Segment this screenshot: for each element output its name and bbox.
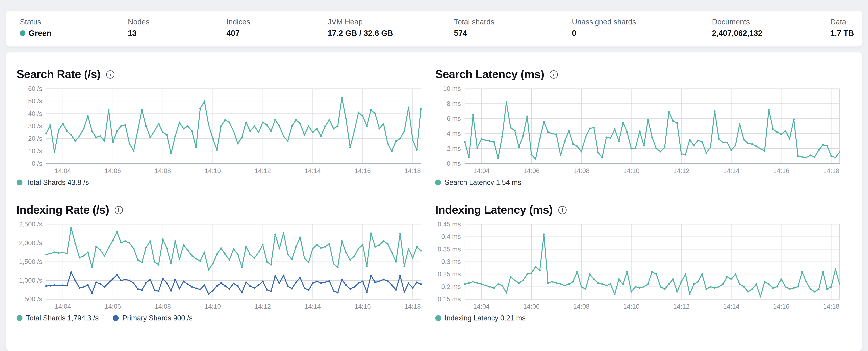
search-latency-plot-area[interactable]: 10 ms8 ms6 ms4 ms2 ms0 ms14:0414:0614:08… — [435, 85, 843, 175]
gridlines — [465, 224, 840, 299]
info-icon[interactable]: i — [115, 206, 123, 214]
gridlines — [46, 89, 421, 164]
legend-label: Total Shards 43.8 /s — [26, 178, 89, 187]
legend-item[interactable]: Primary Shards 900 /s — [113, 314, 192, 322]
stat-label: Documents — [712, 17, 763, 26]
svg-text:1,500 /s: 1,500 /s — [19, 258, 42, 265]
stat-value: 17.2 GB / 32.6 GB — [328, 28, 393, 38]
info-icon[interactable]: i — [106, 70, 115, 79]
stat-label: Data — [830, 17, 854, 26]
svg-text:6 ms: 6 ms — [446, 115, 461, 122]
axis-tick-labels: 60 /s50 /s40 /s30 /s20 /s10 /s0 /s14:041… — [28, 85, 421, 174]
search-rate-chart: Search Rate (/s) i 60 /s50 /s40 /s30 /s2… — [17, 67, 424, 187]
svg-text:14:06: 14:06 — [105, 303, 121, 310]
svg-text:14:08: 14:08 — [155, 167, 171, 174]
svg-text:0 ms: 0 ms — [446, 160, 461, 167]
svg-text:14:10: 14:10 — [205, 167, 221, 174]
svg-text:14:14: 14:14 — [305, 303, 321, 310]
legend-item[interactable]: Total Shards 43.8 /s — [17, 178, 89, 187]
indexing-rate-chart: Indexing Rate (/s) i 2,500 /s2,000 /s1,5… — [17, 203, 424, 322]
stat-status: Status Green — [20, 17, 52, 38]
svg-text:2,000 /s: 2,000 /s — [19, 239, 42, 247]
svg-text:14:06: 14:06 — [523, 303, 540, 310]
stat-indices: Indices 407 — [226, 17, 250, 38]
charts-grid: Search Rate (/s) i 60 /s50 /s40 /s30 /s2… — [5, 52, 863, 322]
legend-item[interactable]: Total Shards 1,794.3 /s — [17, 314, 99, 322]
indexing-latency-plot-area[interactable]: 0.45 ms0.4 ms0.35 ms0.3 ms0.25 ms0.2 ms0… — [435, 220, 843, 310]
svg-text:14:16: 14:16 — [354, 303, 371, 310]
svg-text:14:18: 14:18 — [823, 303, 840, 310]
stat-value: 13 — [128, 28, 150, 38]
svg-text:14:04: 14:04 — [473, 167, 490, 174]
chart-header: Search Rate (/s) i — [17, 67, 424, 81]
svg-text:10 ms: 10 ms — [443, 85, 461, 92]
svg-text:14:18: 14:18 — [405, 167, 421, 174]
search-rate-plot-area[interactable]: 60 /s50 /s40 /s30 /s20 /s10 /s0 /s14:041… — [17, 85, 424, 175]
stat-label: Unassigned shards — [572, 17, 636, 26]
legend-label: Primary Shards 900 /s — [122, 314, 192, 322]
info-icon[interactable]: i — [558, 206, 566, 214]
legend-item[interactable]: Search Latency 1.54 ms — [435, 178, 521, 187]
stat-documents: Documents 2,407,062,132 — [712, 17, 763, 38]
svg-text:4 ms: 4 ms — [446, 130, 461, 137]
svg-text:0.25 ms: 0.25 ms — [438, 270, 461, 278]
legend-item[interactable]: Indexing Latency 0.21 ms — [435, 314, 526, 322]
svg-text:14:12: 14:12 — [255, 303, 271, 310]
svg-text:14:10: 14:10 — [623, 167, 640, 174]
stat-jvm-heap: JVM Heap 17.2 GB / 32.6 GB — [328, 17, 393, 38]
svg-text:2 ms: 2 ms — [446, 145, 461, 152]
svg-text:14:06: 14:06 — [523, 167, 540, 174]
search-latency-chart: Search Latency (ms) i 10 ms8 ms6 ms4 ms2… — [435, 67, 843, 187]
svg-text:0 /s: 0 /s — [32, 160, 42, 167]
chart-title: Indexing Rate (/s) — [17, 203, 109, 216]
stat-value: 407 — [226, 28, 250, 38]
stat-label: Total shards — [454, 17, 494, 26]
info-icon[interactable]: i — [550, 70, 558, 79]
svg-text:14:16: 14:16 — [773, 303, 789, 310]
legend-dot-icon — [17, 180, 23, 185]
legend-dot-icon — [435, 180, 441, 185]
svg-text:1,000 /s: 1,000 /s — [19, 277, 42, 284]
svg-text:14:10: 14:10 — [205, 303, 221, 310]
stat-value: 0 — [572, 28, 636, 38]
indexing-latency-plot-container: 0.45 ms0.4 ms0.35 ms0.3 ms0.25 ms0.2 ms0… — [435, 220, 843, 310]
series-primary-shards — [45, 271, 422, 295]
svg-text:0.2 ms: 0.2 ms — [441, 283, 461, 290]
legend-dot-icon — [17, 315, 23, 321]
series-total-shards — [45, 97, 422, 154]
indexing-rate-plot-container: 2,500 /s2,000 /s1,500 /s1,000 /s500 /s14… — [17, 220, 424, 310]
axis-tick-labels: 10 ms8 ms6 ms4 ms2 ms0 ms14:0414:0614:08… — [443, 85, 839, 174]
svg-text:0.4 ms: 0.4 ms — [441, 233, 461, 240]
stat-value: Green — [20, 28, 52, 38]
svg-text:500 /s: 500 /s — [25, 295, 42, 303]
svg-text:14:08: 14:08 — [155, 303, 171, 310]
chart-header: Search Latency (ms) i — [435, 67, 843, 81]
stat-total-shards: Total shards 574 — [454, 17, 494, 38]
svg-text:14:18: 14:18 — [823, 167, 840, 174]
indexing-rate-legend: Total Shards 1,794.3 /sPrimary Shards 90… — [17, 314, 424, 322]
svg-text:14:14: 14:14 — [305, 167, 321, 174]
svg-text:14:06: 14:06 — [105, 167, 121, 174]
chart-title: Indexing Latency (ms) — [435, 203, 553, 216]
search-rate-plot-container: 60 /s50 /s40 /s30 /s20 /s10 /s0 /s14:041… — [17, 85, 424, 175]
stat-label: Status — [20, 17, 52, 26]
legend-dot-icon — [435, 315, 441, 321]
svg-text:0.3 ms: 0.3 ms — [441, 258, 461, 265]
svg-text:2,500 /s: 2,500 /s — [19, 220, 42, 228]
chart-title: Search Latency (ms) — [435, 67, 544, 81]
legend-dot-icon — [113, 315, 119, 321]
cluster-status-bar: Status Green Nodes 13 Indices 407 JVM He… — [5, 11, 863, 46]
svg-text:14:04: 14:04 — [473, 303, 490, 310]
svg-text:30 /s: 30 /s — [28, 122, 42, 130]
svg-text:14:08: 14:08 — [573, 303, 590, 310]
svg-text:14:12: 14:12 — [673, 303, 690, 310]
indexing-rate-plot-area[interactable]: 2,500 /s2,000 /s1,500 /s1,000 /s500 /s14… — [17, 220, 424, 310]
stat-unassigned-shards: Unassigned shards 0 — [572, 17, 636, 38]
svg-text:8 ms: 8 ms — [446, 100, 461, 107]
stat-value: 2,407,062,132 — [712, 28, 763, 38]
chart-title: Search Rate (/s) — [17, 67, 101, 81]
svg-text:10 /s: 10 /s — [28, 147, 42, 155]
legend-label: Total Shards 1,794.3 /s — [26, 314, 99, 322]
svg-text:14:04: 14:04 — [55, 167, 71, 174]
svg-text:14:12: 14:12 — [255, 167, 271, 174]
